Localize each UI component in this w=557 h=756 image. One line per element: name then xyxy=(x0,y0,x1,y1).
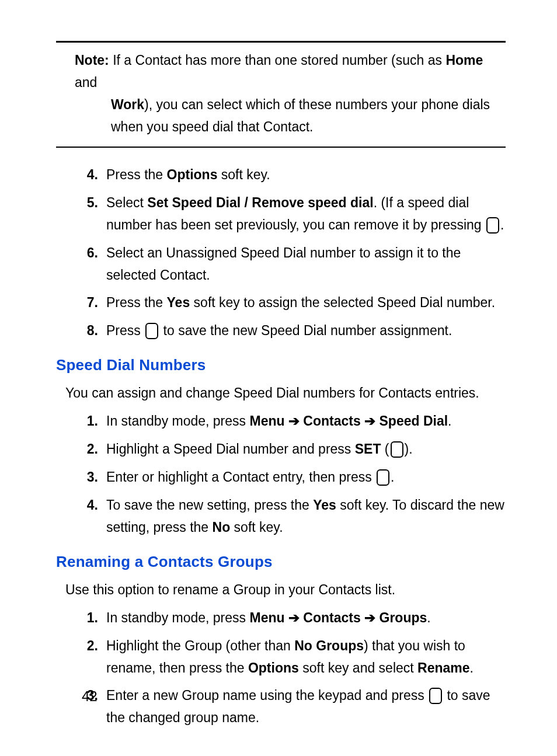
intro-renaming: Use this option to rename a Group in you… xyxy=(56,579,506,601)
step-text: ). xyxy=(405,441,413,457)
sd-step-2: 2. Highlight a Speed Dial number and pre… xyxy=(75,438,506,461)
step-6: 6. Select an Unassigned Speed Dial numbe… xyxy=(75,242,506,287)
ok-key-icon xyxy=(486,217,499,234)
step-text: . xyxy=(470,660,474,675)
step-bold: Rename xyxy=(417,660,469,675)
sd-step-1: 1. In standby mode, press Menu ➔ Contact… xyxy=(75,410,506,433)
step-number: 1. xyxy=(75,607,98,629)
nav-path: Menu xyxy=(249,610,284,625)
step-text: Press the xyxy=(106,295,167,310)
note-home: Home xyxy=(445,53,483,68)
step-number: 6. xyxy=(75,242,98,264)
step-number: 5. xyxy=(75,192,98,214)
nav-path: Groups xyxy=(380,610,427,625)
step-bold: SET xyxy=(355,441,381,457)
sd-step-4: 4. To save the new setting, press the Ye… xyxy=(75,494,506,539)
step-number: 7. xyxy=(75,292,98,314)
step-text: soft key. xyxy=(217,167,270,182)
sd-step-3: 3. Enter or highlight a Contact entry, t… xyxy=(75,466,506,489)
step-bold: Options xyxy=(248,660,299,675)
step-text: Highlight a Speed Dial number and press xyxy=(106,441,355,457)
step-number: 2. xyxy=(75,438,98,461)
step-number: 1. xyxy=(75,410,98,433)
steps-speed-dial: 1. In standby mode, press Menu ➔ Contact… xyxy=(56,410,506,539)
step-number: 2. xyxy=(75,635,98,657)
note-work: Work xyxy=(111,97,144,112)
step-text: Enter or highlight a Contact entry, then… xyxy=(106,469,375,485)
heading-renaming-groups: Renaming a Contacts Groups xyxy=(56,549,506,574)
note-content: Note: If a Contact has more than one sto… xyxy=(56,50,506,138)
step-number: 8. xyxy=(75,320,98,342)
ok-key-icon xyxy=(377,469,389,486)
step-number: 4. xyxy=(75,164,98,186)
step-text: soft key. xyxy=(230,520,283,535)
step-text: Select xyxy=(106,195,147,210)
step-4: 4. Press the Options soft key. xyxy=(75,164,506,186)
step-text: Press the xyxy=(106,167,167,182)
step-text: . xyxy=(500,217,504,232)
arrow-icon: ➔ xyxy=(288,413,300,428)
step-5: 5. Select Set Speed Dial / Remove speed … xyxy=(75,192,506,236)
note-text-1: If a Contact has more than one stored nu… xyxy=(113,53,445,68)
nav-path: Contacts xyxy=(303,610,360,625)
note-text-3: ), you can select which of these numbers… xyxy=(111,97,490,134)
step-text: soft key to assign the selected Speed Di… xyxy=(190,295,495,310)
ok-key-icon xyxy=(429,688,442,704)
step-text: to save the new Speed Dial number assign… xyxy=(159,323,452,338)
step-number: 4. xyxy=(75,494,98,517)
step-text: ( xyxy=(381,441,389,457)
nav-path: Menu xyxy=(249,413,284,428)
heading-speed-dial-numbers: Speed Dial Numbers xyxy=(56,353,506,378)
step-text: . xyxy=(391,469,394,485)
step-bold: Yes xyxy=(167,295,190,310)
page-number: 42 xyxy=(82,685,98,708)
step-text: . xyxy=(427,610,430,625)
rn-step-1: 1. In standby mode, press Menu ➔ Contact… xyxy=(75,607,506,629)
note-text-2: and xyxy=(75,75,97,90)
steps-continued: 4. Press the Options soft key. 5. Select… xyxy=(56,164,506,343)
arrow-icon: ➔ xyxy=(364,610,375,625)
step-text: To save the new setting, press the xyxy=(106,497,313,513)
rn-step-3: 3. Enter a new Group name using the keyp… xyxy=(75,685,506,729)
step-text: Select an Unassigned Speed Dial number t… xyxy=(106,245,461,283)
arrow-icon: ➔ xyxy=(288,610,300,625)
step-text: soft key and select xyxy=(299,660,417,675)
manual-page: Note: If a Contact has more than one sto… xyxy=(0,0,557,756)
step-text: Enter a new Group name using the keypad … xyxy=(106,688,428,703)
step-7: 7. Press the Yes soft key to assign the … xyxy=(75,292,506,314)
step-bold: No Groups xyxy=(294,638,364,653)
steps-renaming: 1. In standby mode, press Menu ➔ Contact… xyxy=(56,607,506,730)
ok-key-icon xyxy=(391,441,403,458)
rn-step-2: 2. Highlight the Group (other than No Gr… xyxy=(75,635,506,680)
step-bold: Options xyxy=(167,167,218,182)
step-text: . xyxy=(448,413,451,428)
step-text: In standby mode, press xyxy=(106,610,249,625)
step-bold: Set Speed Dial / Remove speed dial xyxy=(147,195,373,210)
step-bold: No xyxy=(213,520,231,535)
nav-path: Speed Dial xyxy=(380,413,448,428)
step-number: 3. xyxy=(75,466,98,489)
ok-key-icon xyxy=(145,323,158,339)
nav-path: Contacts xyxy=(303,413,360,428)
step-text: Highlight the Group (other than xyxy=(106,638,294,653)
step-bold: Yes xyxy=(313,497,336,513)
intro-speed-dial: You can assign and change Speed Dial num… xyxy=(56,382,506,405)
note-box: Note: If a Contact has more than one sto… xyxy=(56,41,506,148)
step-8: 8. Press to save the new Speed Dial numb… xyxy=(75,320,506,342)
arrow-icon: ➔ xyxy=(364,413,375,428)
note-label: Note: xyxy=(75,53,109,68)
step-text: In standby mode, press xyxy=(106,413,249,428)
step-text: Press xyxy=(106,323,144,338)
